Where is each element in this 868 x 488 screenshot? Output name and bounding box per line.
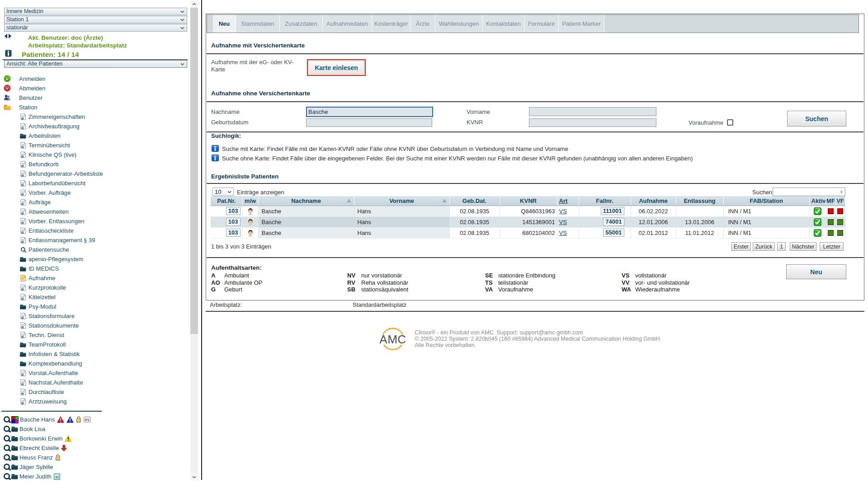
- svg-text:AMC: AMC: [379, 333, 406, 346]
